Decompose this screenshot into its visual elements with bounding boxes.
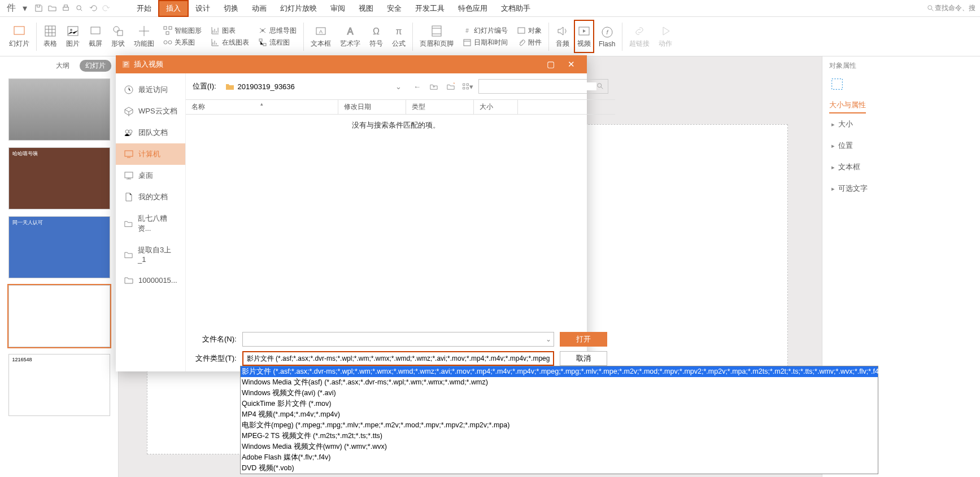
back-icon[interactable]: ← — [411, 80, 423, 93]
menu-tab-2[interactable]: 设计 — [189, 1, 217, 16]
menu-tab-4[interactable]: 动画 — [245, 1, 273, 16]
file-dropdown[interactable]: 件 — [5, 2, 18, 15]
prop-tab-size[interactable]: 大小与属性 — [829, 98, 866, 113]
picture-button[interactable]: 图片 — [62, 24, 84, 49]
file-search[interactable] — [478, 79, 608, 94]
menu-tab-11[interactable]: 文档助手 — [494, 1, 537, 16]
sidebar-item-computer[interactable]: 计算机 — [116, 143, 185, 165]
slide-number-button[interactable]: #幻灯片编号 — [460, 25, 510, 37]
filename-input[interactable]: ⌄ — [242, 332, 555, 347]
tab-slides[interactable]: 幻灯片 — [80, 60, 111, 72]
slide-thumb-2[interactable]: 哈哈嘻号咦 — [8, 147, 110, 209]
filetype-option-9[interactable]: DVD 视频(*.vob) — [241, 463, 878, 474]
slide-button[interactable]: 幻灯片 — [5, 24, 34, 49]
close-icon[interactable]: ✕ — [561, 59, 581, 69]
sidebar-item-wps[interactable]: WPS云文档 — [116, 100, 185, 122]
col-name[interactable]: 名称▴ — [186, 100, 338, 114]
filetype-option-0[interactable]: 影片文件 (*.asf;*.asx;*.dvr-ms;*.wpl;*.wm;*.… — [241, 366, 878, 377]
shape-button[interactable]: 形状 — [107, 24, 129, 49]
chart-button[interactable]: 图表 — [208, 25, 251, 37]
location-combo[interactable]: 20190319_93636 ⌄ — [221, 80, 407, 93]
table-button[interactable]: 表格 — [39, 24, 62, 49]
search-commands[interactable]: 查找命令、搜 — [927, 3, 975, 13]
slide-thumb-5[interactable]: 1216548 — [8, 354, 110, 416]
file-search-input[interactable] — [482, 82, 596, 90]
prop-row-1[interactable]: 位置 — [829, 135, 973, 156]
filetype-option-3[interactable]: QuickTime 影片文件 (*.mov) — [241, 399, 878, 409]
menu-tab-8[interactable]: 安全 — [380, 1, 408, 16]
menu-tab-10[interactable]: 特色应用 — [451, 1, 494, 16]
symbol-button[interactable]: Ω符号 — [365, 24, 387, 49]
filetype-dropdown[interactable]: 影片文件 (*.asf;*.asx;*.dvr-ms;*.wpl;*.wm;*.… — [240, 366, 878, 474]
filename-label: 文件名(N): — [194, 334, 237, 344]
datetime-button[interactable]: 日期和时间 — [460, 37, 510, 49]
sidebar-item-desktop[interactable]: 桌面 — [116, 165, 185, 186]
filetype-combo[interactable]: 影片文件 (*.asf;*.asx;*.dvr-ms;*.wpl;*.wm;*.… — [242, 351, 555, 366]
screenshot-button[interactable]: 截屏 — [84, 24, 107, 49]
sidebar-item-extract[interactable]: 提取自3上_1 — [116, 239, 185, 269]
filetype-option-8[interactable]: Adobe Flash 媒体(*.flv;*.f4v) — [241, 452, 878, 463]
online-chart-button[interactable]: 在线图表 — [208, 37, 251, 49]
open-icon[interactable] — [46, 2, 58, 15]
formula-button[interactable]: π公式 — [387, 24, 410, 49]
preview-icon[interactable] — [73, 2, 85, 15]
audio-button[interactable]: 音频 — [551, 24, 574, 49]
smartart-button[interactable]: 智能图形 — [161, 25, 204, 37]
sidebar-item-num[interactable]: 10000015... — [116, 269, 185, 291]
sidebar-item-recent[interactable]: 最近访问 — [116, 79, 185, 100]
view-icon[interactable]: ▾ — [461, 80, 474, 93]
prop-row-0[interactable]: 大小 — [829, 113, 973, 135]
menu-tab-0[interactable]: 开始 — [130, 1, 158, 16]
filetype-option-1[interactable]: Windows Media 文件(asf) (*.asf;*.asx;*.dvr… — [241, 377, 878, 388]
filetype-option-4[interactable]: MP4 视频(*.mp4;*.m4v;*.mp4v) — [241, 409, 878, 420]
object-button[interactable]: 对象 — [515, 25, 544, 37]
new-folder-icon[interactable]: * — [445, 80, 457, 93]
sidebar-item-docs[interactable]: 我的文档 — [116, 186, 185, 208]
menu-tab-6[interactable]: 审阅 — [324, 1, 352, 16]
flash-button[interactable]: fFlash — [594, 25, 620, 48]
menu-tab-9[interactable]: 开发工具 — [408, 1, 451, 16]
textbox-button[interactable]: A文本框 — [306, 24, 336, 49]
col-size[interactable]: 大小 — [474, 100, 518, 114]
dropdown-icon[interactable]: ▾ — [19, 2, 31, 15]
menu-tab-7[interactable]: 视图 — [352, 1, 380, 16]
prop-row-2[interactable]: 文本框 — [829, 156, 973, 178]
undo-icon[interactable] — [86, 2, 99, 15]
col-date[interactable]: 修改日期 — [338, 100, 406, 114]
filetype-label: 文件类型(T): — [194, 353, 237, 364]
slide-thumb-4[interactable] — [8, 285, 110, 347]
col-type[interactable]: 类型 — [406, 100, 474, 114]
header-footer-button[interactable]: 页眉和页脚 — [415, 24, 458, 49]
filetype-option-2[interactable]: Windows 视频文件(avi) (*.avi) — [241, 388, 878, 399]
up-icon[interactable] — [428, 80, 440, 93]
menu-tab-1[interactable]: 插入 — [158, 0, 189, 17]
function-button[interactable]: 功能图 — [129, 24, 159, 49]
video-button[interactable]: 视频 — [574, 20, 594, 53]
prop-row-3[interactable]: 可选文字 — [829, 178, 973, 199]
filetype-option-6[interactable]: MPEG-2 TS 视频文件 (*.m2ts;*.m2t;*.ts;*.tts) — [241, 431, 878, 441]
svg-rect-13 — [166, 32, 169, 34]
sidebar-item-team[interactable]: 团队文档 — [116, 122, 185, 143]
action-button[interactable]: 动作 — [654, 24, 677, 49]
hyperlink-button[interactable]: 超链接 — [625, 24, 654, 49]
slide-thumb-3[interactable]: 同一天人认可 — [8, 216, 110, 278]
attachment-button[interactable]: 附件 — [515, 37, 544, 49]
flowchart-button[interactable]: 流程图 — [256, 37, 299, 49]
print-icon[interactable] — [59, 2, 72, 15]
cancel-button[interactable]: 取消 — [560, 351, 607, 366]
filetype-option-5[interactable]: 电影文件(mpeg) (*.mpeg;*.mpg;*.mlv;*.mpe;*.m… — [241, 420, 878, 431]
redo-icon[interactable] — [100, 2, 112, 15]
dialog-titlebar[interactable]: P 插入视频 ▢ ✕ — [116, 55, 587, 73]
relation-button[interactable]: 关系图 — [161, 37, 204, 49]
menu-tab-5[interactable]: 幻灯片放映 — [273, 1, 324, 16]
slide-thumb-1[interactable] — [8, 78, 110, 141]
save-icon[interactable] — [32, 2, 45, 15]
tab-outline[interactable]: 大纲 — [50, 60, 75, 72]
maximize-icon[interactable]: ▢ — [541, 59, 561, 69]
sidebar-item-misc[interactable]: 乱七八糟资... — [116, 208, 185, 239]
open-button[interactable]: 打开 — [560, 332, 607, 347]
mindmap-button[interactable]: 思维导图 — [256, 25, 299, 37]
filetype-option-7[interactable]: Windows Media 视频文件(wmv) (*.wmv;*.wvx) — [241, 441, 878, 452]
menu-tab-3[interactable]: 切换 — [217, 1, 245, 16]
wordart-button[interactable]: A艺术字 — [336, 24, 365, 49]
